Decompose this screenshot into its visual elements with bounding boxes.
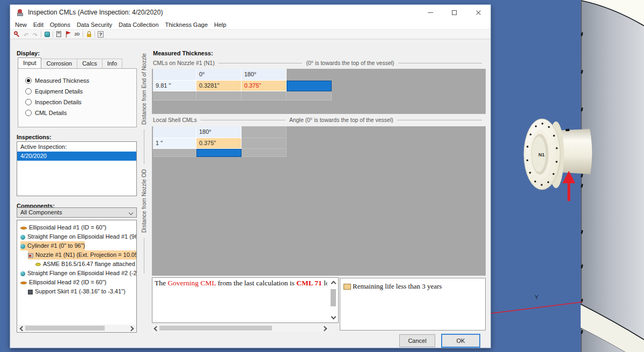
empty-cell[interactable]: [196, 91, 241, 100]
menu-item-new[interactable]: New: [12, 21, 30, 28]
tree-item-straight-flange[interactable]: Straight Flange on Ellipsoidal Head #1 (…: [17, 232, 136, 241]
empty-cell[interactable]: [241, 91, 287, 100]
toolbar-flag-button[interactable]: [63, 30, 72, 38]
corner-header-cell[interactable]: [153, 69, 196, 81]
redo-icon: [33, 30, 38, 39]
axis-divider: [144, 238, 144, 274]
thickness-cell-warn[interactable]: 0.375": [196, 138, 241, 149]
ok-button[interactable]: OK: [441, 334, 480, 348]
tab-input[interactable]: Input: [18, 58, 41, 68]
tree-horizontal-scrollbar[interactable]: [18, 325, 136, 332]
flange-icon: [35, 263, 41, 266]
tree-item-ellipsoidal-head[interactable]: Ellipsoidal Head #1 (ID = 60"): [17, 223, 136, 232]
undo-icon: [24, 30, 28, 39]
status-text-part: Governing CML: [167, 279, 216, 287]
tree-item-label: ASME B16.5/16.47 flange attached to N: [43, 261, 136, 267]
group2-note: Angle (0° is towards the top of the vess…: [289, 117, 393, 123]
empty-cell[interactable]: [153, 91, 196, 100]
components-dropdown[interactable]: All Components: [17, 207, 137, 218]
legend-swatch: [343, 284, 351, 290]
group2-label: Local Shell CMLs: [153, 117, 197, 123]
empty-cell[interactable]: [241, 126, 287, 138]
inspection-item[interactable]: 4/20/2020: [17, 152, 136, 161]
menu-item-options[interactable]: Options: [47, 21, 74, 28]
radio-cml-details[interactable]: CML Details: [25, 110, 136, 117]
toolbar-redo-button[interactable]: [31, 30, 40, 38]
tab-corrosion[interactable]: Corrosion: [41, 59, 77, 68]
scrollbar-thumb[interactable]: [25, 326, 105, 331]
tree-item-support-skirt[interactable]: Support Skirt #1 (-38.16" to -3.41"): [17, 287, 136, 296]
corner-header-cell[interactable]: [153, 126, 196, 138]
tab-calcs[interactable]: Calcs: [77, 59, 103, 68]
scroll-down-icon[interactable]: [331, 314, 336, 320]
help-icon: [98, 31, 104, 38]
menu-item-help[interactable]: Help: [211, 21, 230, 28]
cancel-button[interactable]: Cancel: [399, 334, 435, 347]
empty-cell[interactable]: [241, 138, 287, 149]
scroll-up-icon[interactable]: [331, 281, 336, 286]
tree-item-label: Straight Flange on Ellipsoidal Head #1 (…: [27, 233, 136, 240]
menu-item-data-security[interactable]: Data Security: [74, 21, 115, 28]
title-bar[interactable]: Inspection CMLs (Active Inspection: 4/20…: [10, 5, 491, 20]
governing-cml-textbox[interactable]: The Governing CML from the last calculat…: [152, 277, 339, 323]
toolbar-database-button[interactable]: [42, 30, 52, 38]
nozzle-icon: [28, 253, 33, 258]
toolbar-search-button[interactable]: [12, 30, 21, 38]
app-icon: [17, 9, 24, 16]
row-header-distance[interactable]: 1 ": [153, 138, 196, 149]
database-icon: [45, 32, 50, 37]
components-tree[interactable]: Ellipsoidal Head #1 (ID = 60")Straight F…: [17, 220, 137, 333]
col-header-180deg[interactable]: 180°: [196, 126, 241, 138]
scrollbar-thumb[interactable]: [159, 326, 272, 331]
radio-measured-thickness[interactable]: Measured Thickness: [25, 77, 136, 84]
flag-icon: [65, 31, 71, 38]
tree-item-straight-flange[interactable]: Straight Flange on Ellipsoidal Head #2 (…: [17, 269, 136, 278]
col-header-0deg[interactable]: 0°: [196, 69, 241, 81]
minimize-button[interactable]: [418, 5, 442, 20]
tab-info[interactable]: Info: [102, 59, 122, 68]
toolbar-undo-button[interactable]: [21, 30, 31, 38]
tree-item-nozzle[interactable]: Nozzle #1 (N1) (Ext. Projection = 10.05"…: [17, 250, 136, 260]
y-axis-line: [487, 302, 582, 314]
toolbar-help-button[interactable]: [96, 30, 105, 38]
toolbar-separator: [83, 31, 83, 38]
lock-icon: [86, 31, 92, 38]
thickness-cell-warn[interactable]: 0.3281": [196, 81, 241, 91]
legend-box: Remaining life less than 3 years: [340, 278, 486, 331]
scroll-right-icon[interactable]: [322, 326, 327, 332]
tree-item-label: Cylinder #1 (0" to 96"): [27, 242, 85, 249]
toolbar-calculator-button[interactable]: [54, 30, 63, 38]
menu-item-thickness-gage[interactable]: Thickness Gage: [162, 21, 211, 28]
scroll-left-icon[interactable]: [20, 326, 25, 332]
close-button[interactable]: [466, 5, 491, 20]
thickness-cell-alert[interactable]: 0.375": [241, 81, 287, 91]
menu-item-edit[interactable]: Edit: [30, 21, 47, 28]
components-dropdown-value: All Components: [20, 209, 62, 215]
text-vertical-scrollbar[interactable]: [329, 278, 338, 322]
empty-cell[interactable]: [153, 149, 196, 157]
text-horizontal-scrollbar[interactable]: [152, 325, 329, 332]
tree-item-ellipsoidal-head[interactable]: Ellipsoidal Head #2 (ID = 60"): [17, 278, 136, 287]
toolbar-separator: [94, 31, 95, 38]
maximize-button[interactable]: [442, 5, 466, 20]
scrollbar-thumb[interactable]: [331, 289, 336, 306]
radio-inspection-details[interactable]: Inspection Details: [25, 99, 136, 106]
menu-item-data-collection[interactable]: Data Collection: [115, 21, 162, 28]
toolbar-separator: [53, 31, 53, 38]
inspections-listbox[interactable]: Active Inspection: 4/20/2020: [17, 141, 137, 196]
calculator-icon: [56, 31, 61, 37]
empty-cell[interactable]: [287, 91, 332, 100]
radio-equipment-details[interactable]: Equipment Details: [25, 88, 136, 95]
scroll-right-icon[interactable]: [129, 326, 134, 332]
tree-item-cylinder[interactable]: Cylinder #1 (0" to 96"): [17, 241, 136, 250]
selected-cell[interactable]: [196, 149, 241, 157]
axis-divider: [144, 130, 144, 164]
row-header-distance[interactable]: 9.81 ": [153, 81, 196, 91]
col-header-180deg[interactable]: 180°: [241, 69, 287, 81]
selected-cell[interactable]: [287, 81, 332, 91]
scroll-left-icon[interactable]: [154, 326, 159, 332]
toolbar-lock-button[interactable]: [84, 30, 93, 38]
tree-item-flange[interactable]: ASME B16.5/16.47 flange attached to N: [17, 260, 136, 269]
empty-cell[interactable]: [241, 149, 287, 157]
toolbar-2d-button[interactable]: 2D: [72, 30, 82, 38]
